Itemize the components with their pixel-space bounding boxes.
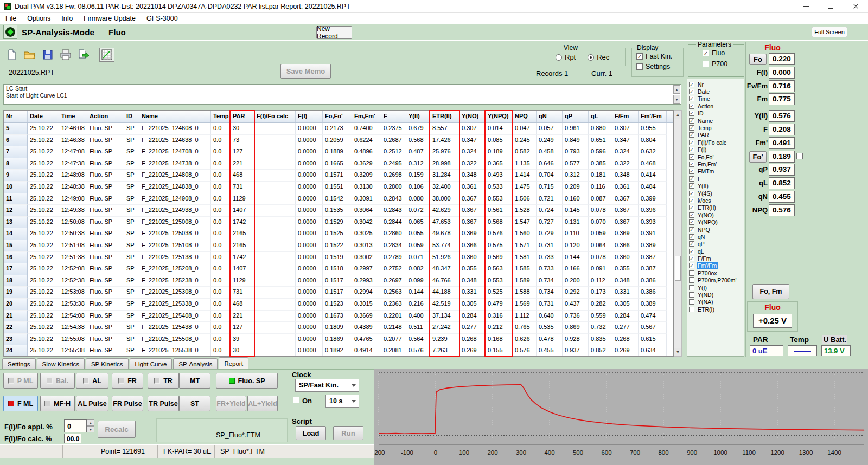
tab-light-curve[interactable]: Light Curve (130, 358, 173, 369)
param-item-qn[interactable]: ✓qN (687, 233, 744, 240)
table-row[interactable]: 2325.10.2212:55:08Fluo. SPSPF_221025_125… (4, 334, 673, 346)
param-item-etr-i-[interactable]: ETR(I) (687, 306, 744, 313)
param-item-y-i-[interactable]: Y(I) (687, 284, 744, 291)
print-icon[interactable] (58, 48, 73, 62)
column-header-id[interactable]: ID (124, 111, 139, 122)
param-checkbox[interactable] (689, 292, 694, 298)
column-header-date[interactable]: Date (28, 111, 59, 122)
table-row[interactable]: 2025.10.2212:53:38Fluo. SPSPF_221025_125… (4, 299, 673, 311)
menu-item-firmware-update[interactable]: Firmware Update (78, 13, 141, 24)
table-row[interactable]: 725.10.2212:47:08Fluo. SPSPF_221025_1247… (4, 146, 673, 158)
recalc-button[interactable]: Recalc (98, 421, 136, 438)
minimize-icon[interactable] (793, 0, 818, 13)
param-item-p700m-p700m-[interactable]: P700m,P700m' (687, 277, 744, 284)
export-icon[interactable] (76, 48, 91, 62)
tab-sp-kinetics[interactable]: SP Kinetics (86, 358, 129, 369)
param-item-date[interactable]: ✓Date (687, 88, 744, 95)
param-item-f-i-fo-calc[interactable]: ✓F(I)/Fo calc (687, 139, 744, 146)
column-header-qp[interactable]: qP (563, 111, 589, 122)
memo-box[interactable]: LC-Start Start of Light Curve LC1 (3, 84, 681, 105)
param-checkbox[interactable] (689, 270, 694, 276)
column-header-y-no-[interactable]: Y(NO) (459, 111, 486, 122)
param-item-temp[interactable]: ✓Temp (687, 124, 744, 131)
param-item-y-nd-[interactable]: Y(ND) (687, 291, 744, 298)
chart-window-icon[interactable] (99, 48, 114, 62)
table-scroll-down-icon[interactable]: ▼ (674, 348, 681, 356)
clock-mode-select[interactable]: SP/Fast Kin. (295, 379, 359, 392)
table-row[interactable]: 1425.10.2212:50:38Fluo. SPSPF_221025_125… (4, 228, 673, 240)
param-item-par[interactable]: ✓PAR (687, 132, 744, 139)
table-row[interactable]: 2225.10.2212:54:38Fluo. SPSPF_221025_125… (4, 322, 673, 334)
column-header-npq[interactable]: NPQ (513, 111, 537, 122)
param-item-id[interactable]: ✓ID (687, 110, 744, 117)
param-checkbox[interactable]: ✓ (689, 147, 694, 152)
param-checkbox[interactable]: ✓ (689, 263, 694, 268)
param-checkbox[interactable]: ✓ (689, 249, 694, 254)
fluo-param-button-fo-[interactable]: Fo' (749, 151, 767, 163)
control-button-al-yield[interactable]: AL+Yield (247, 396, 278, 411)
menu-item-gfs-3000[interactable]: GFS-3000 (141, 13, 183, 24)
new-record-button[interactable]: New Record (316, 26, 352, 39)
table-scrollbar-thumb[interactable] (675, 256, 681, 281)
menu-item-options[interactable]: Options (22, 13, 56, 24)
full-screen-button[interactable]: Full Screen (812, 27, 847, 37)
menu-item-info[interactable]: Info (56, 13, 78, 24)
param-checkbox[interactable]: ✓ (689, 89, 694, 94)
save-icon[interactable] (40, 48, 55, 62)
fluo-fo-prime-checkbox[interactable] (796, 153, 803, 159)
param-checkbox[interactable]: ✓ (689, 191, 694, 196)
param-item-y-na-[interactable]: Y(NA) (687, 299, 744, 306)
column-header-fm-fm-[interactable]: Fm,Fm' (352, 111, 381, 122)
param-checkbox[interactable]: ✓ (689, 183, 694, 189)
table-scrollbar[interactable]: ▲ ▼ (674, 110, 682, 357)
control-button-bal-[interactable]: Bal. (40, 373, 75, 389)
new-file-icon[interactable] (4, 48, 20, 62)
param-item-p700ox[interactable]: P700ox (687, 269, 744, 276)
radio-rpt[interactable] (556, 54, 562, 61)
param-item-y-no-[interactable]: ✓Y(NO) (687, 211, 744, 218)
param-item-nr[interactable]: ✓Nr (687, 81, 744, 88)
table-row[interactable]: 1625.10.2212:51:38Fluo. SPSPF_221025_125… (4, 252, 673, 264)
table-row[interactable]: 2425.10.2212:55:38Fluo. SPSPF_221025_125… (4, 345, 673, 357)
column-header-qn[interactable]: qN (537, 111, 563, 122)
param-item-f-i-[interactable]: ✓F(I) (687, 146, 744, 153)
radio-rec[interactable] (588, 54, 594, 61)
open-folder-icon[interactable] (22, 48, 37, 62)
tab-sp-analysis[interactable]: SP-Analysis (173, 358, 218, 369)
param-checkbox[interactable] (689, 299, 694, 305)
fo-appl-spin-up-icon[interactable]: ▲ (87, 419, 94, 426)
table-row[interactable]: 1225.10.2212:49:38Fluo. SPSPF_221025_124… (4, 205, 673, 217)
param-checkbox[interactable]: ✓ (689, 132, 694, 138)
param-checkbox[interactable]: ✓ (689, 111, 694, 116)
clock-on-checkbox[interactable] (293, 397, 299, 403)
tab-report[interactable]: Report (219, 357, 248, 369)
display-item-fast-kin-[interactable]: ✓Fast Kin. (636, 53, 683, 60)
parameters-item-checkbox[interactable]: ✓ (703, 50, 709, 56)
param-item-etr-ii-[interactable]: ✓ETR(II) (687, 204, 744, 211)
param-checkbox[interactable] (689, 307, 694, 312)
menu-item-file[interactable]: File (0, 13, 22, 24)
param-item-f-fm[interactable]: ✓F/Fm (687, 255, 744, 262)
column-header-action[interactable]: Action (87, 111, 124, 122)
fluo-param-button-fo[interactable]: Fo (749, 54, 767, 65)
view-option-rpt[interactable]: Rpt (556, 53, 576, 61)
parameters-item-checkbox[interactable] (703, 61, 709, 67)
param-checkbox[interactable]: ✓ (689, 104, 694, 109)
param-item-y-npq-[interactable]: ✓Y(NPQ) (687, 218, 744, 225)
param-checkbox[interactable]: ✓ (689, 227, 694, 232)
column-header-y-npq-[interactable]: Y(NPQ) (486, 111, 513, 122)
param-checkbox[interactable]: ✓ (689, 96, 694, 101)
control-button-tr[interactable]: TR (148, 373, 179, 389)
param-item-fm-fm[interactable]: ✓Fm'/Fm (687, 262, 744, 269)
param-checkbox[interactable] (689, 285, 694, 290)
control-button-mt[interactable]: MT (179, 373, 210, 389)
column-header-f-i-fo-calc[interactable]: F(I)/Fo calc (254, 111, 296, 122)
table-row[interactable]: 1725.10.2212:52:08Fluo. SPSPF_221025_125… (4, 263, 673, 275)
save-memo-button[interactable]: Save Memo (280, 64, 331, 79)
param-checkbox[interactable]: ✓ (689, 82, 694, 87)
column-header-name[interactable]: Name (139, 111, 211, 122)
parameters-item-p700[interactable]: P700 (703, 60, 744, 68)
control-button-st[interactable]: ST (179, 396, 210, 411)
memo-scroll-down-icon[interactable]: ▼ (673, 95, 680, 104)
param-checkbox[interactable]: ✓ (689, 241, 694, 247)
